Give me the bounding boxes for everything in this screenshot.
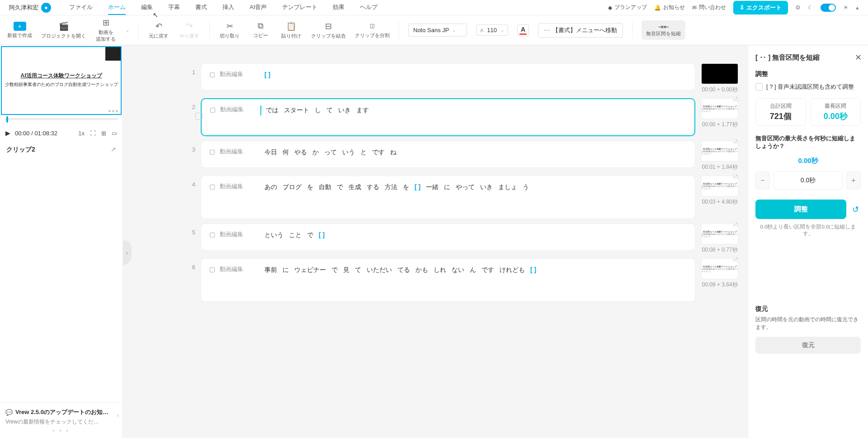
word-token[interactable]: やる	[293, 148, 308, 157]
word-token[interactable]: で	[330, 265, 339, 275]
playback-speed[interactable]: 1x	[78, 130, 85, 137]
word-token[interactable]: ウェビナー	[293, 265, 327, 275]
word-token[interactable]: を	[402, 182, 410, 192]
contact-button[interactable]: ✉ 問い合わせ	[692, 4, 726, 11]
news-title[interactable]: 💬 Vrew 2.5.0のアップデートのお知…	[5, 408, 117, 416]
font-size-input[interactable]: A 110 ⌄	[476, 24, 508, 36]
gear-icon[interactable]: ⚙	[795, 4, 801, 11]
menu-help[interactable]: ヘルプ	[360, 0, 377, 15]
word-token[interactable]: 見	[342, 265, 350, 275]
word-token[interactable]: て	[354, 265, 362, 275]
restore-button[interactable]: 復元	[755, 337, 861, 354]
play-button[interactable]: ▶	[5, 129, 10, 137]
chevron-down-icon[interactable]: ⌄	[126, 28, 129, 33]
word-token[interactable]: いただい	[366, 265, 393, 275]
word-token[interactable]: という	[264, 230, 284, 240]
word-token[interactable]: てる	[396, 265, 411, 275]
clip-card[interactable]: ▢動画編集ではスタートしていきます	[201, 98, 695, 136]
word-token[interactable]: [ ]	[318, 230, 326, 240]
word-token[interactable]: いき	[479, 182, 494, 192]
word-token[interactable]: ます	[355, 105, 370, 115]
menu-effect[interactable]: 効果	[333, 0, 344, 15]
word-token[interactable]: ん	[469, 265, 477, 275]
word-token[interactable]: に	[282, 265, 290, 275]
external-link-icon[interactable]: ↗	[111, 146, 116, 154]
split-button[interactable]: ⎅ クリップを分割	[355, 21, 390, 39]
copy-button[interactable]: ⧉ コピー	[250, 21, 271, 39]
word-token[interactable]: こと	[288, 230, 302, 240]
chevron-right-icon[interactable]: ›	[117, 412, 119, 419]
clip-thumbnail[interactable]: 📄AI活用コース体験ワークショップ少数精鋭事業者のためのブログ自動生成ワークショ…	[701, 141, 738, 162]
menu-template[interactable]: テンプレート	[282, 0, 317, 15]
collapse-icon[interactable]: ▴	[856, 4, 859, 11]
undo-button[interactable]: ↶ 元に戻す	[148, 21, 170, 39]
word-token[interactable]: [ ]	[414, 182, 421, 192]
decrement-button[interactable]: −	[755, 171, 770, 190]
cut-button[interactable]: ✂ 切り取り	[219, 21, 241, 39]
paste-button[interactable]: 📋 貼り付け	[280, 21, 302, 39]
export-button[interactable]: ⇩ エクスポート	[733, 1, 788, 14]
redo-button[interactable]: ↷ やり直す	[179, 21, 200, 39]
word-token[interactable]: に	[443, 182, 451, 192]
text-color-button[interactable]: A	[517, 24, 529, 36]
word-token[interactable]: 事前	[264, 265, 278, 275]
clip-thumbnail[interactable]: 📄AI活用コース体験ワークショップ少数精鋭事業者のためのブログ自動生成ワークショ…	[701, 224, 738, 244]
word-token[interactable]: けれども	[499, 265, 526, 275]
font-select[interactable]: Noto Sans JP⌄	[408, 24, 467, 37]
news-pagination[interactable]: ● ● ●	[5, 428, 117, 433]
clip-card[interactable]: ▢動画編集あのブログを自動で生成する方法を[ ]一緒にやっていきましょう	[201, 176, 695, 219]
word-token[interactable]: て	[326, 105, 334, 115]
word-token[interactable]: ブログ	[282, 182, 302, 192]
word-token[interactable]: しれ	[433, 265, 447, 275]
close-icon[interactable]: ✕	[855, 52, 862, 62]
word-token[interactable]: 方法	[384, 182, 398, 192]
clip-card[interactable]: ▢動画編集今日何やるかっていうとですね	[201, 141, 695, 168]
word-token[interactable]: で	[336, 182, 344, 192]
word-token[interactable]: あの	[264, 182, 278, 192]
word-token[interactable]: を	[306, 182, 314, 192]
word-token[interactable]: する	[366, 182, 380, 192]
word-token[interactable]: [ ]	[264, 70, 271, 79]
word-token[interactable]: 生成	[348, 182, 362, 192]
word-token[interactable]: 自動	[318, 182, 332, 192]
increment-button[interactable]: +	[846, 171, 861, 190]
plan-up-button[interactable]: ◆ プランアップ	[608, 4, 647, 11]
aspect-icon[interactable]: ▭	[112, 130, 117, 137]
word-token[interactable]: [ ]	[529, 265, 537, 275]
grid-icon[interactable]: ⊞	[101, 130, 106, 137]
word-token[interactable]: か	[311, 148, 320, 157]
word-token[interactable]: と	[359, 148, 368, 157]
clip-thumbnail[interactable]: 📄AI活用コース体験ワークショップ少数精鋭事業者のためのブログ自動生成ワークショ…	[701, 98, 738, 119]
menu-insert[interactable]: 挿入	[222, 0, 234, 15]
clip-thumbnail[interactable]: 📄AI活用コース体験ワークショップ少数精鋭事業者のためのブログ自動生成ワークショ…	[701, 258, 738, 279]
word-token[interactable]: 今日	[264, 148, 278, 157]
word-token[interactable]: ね	[389, 148, 397, 157]
menu-edit[interactable]: 編集	[141, 0, 153, 15]
word-token[interactable]: って	[323, 148, 338, 157]
clip-thumbnail[interactable]: 📄AI活用コース体験ワークショップ少数精鋭事業者のためのブログ自動生成ワークショ…	[701, 176, 738, 196]
menu-format[interactable]: 書式	[195, 0, 207, 15]
word-token[interactable]: 一緒	[425, 182, 439, 192]
menu-file[interactable]: ファイル	[69, 0, 93, 15]
menu-subtitle[interactable]: 字幕	[168, 0, 180, 15]
open-project-button[interactable]: 🎬 プロジェクトを開く	[41, 21, 86, 39]
word-token[interactable]: です	[371, 148, 386, 157]
video-preview[interactable]: AI活用コース体験ワークショップ 少数精鋭事業者のためのブログ自動生成ワークショ…	[1, 46, 122, 115]
word-token[interactable]: かも	[415, 265, 429, 275]
expand-handle[interactable]: ›	[123, 240, 132, 265]
word-token[interactable]: いう	[341, 148, 356, 157]
include-unrecognized-checkbox[interactable]	[755, 83, 763, 90]
silence-shorten-button[interactable]: ⇥⇤ 無音区間を短縮	[642, 20, 685, 40]
clip-card[interactable]: ▢動画編集事前にウェビナーで見ていただいてるかもしれないんですけれども[ ]	[201, 258, 695, 302]
format-menu-button[interactable]: ⋯【書式】メニューへ移動	[538, 23, 623, 38]
new-button[interactable]: + 新規で作成	[7, 22, 32, 39]
word-token[interactable]: ましょ	[497, 182, 518, 192]
clip-checkbox[interactable]	[195, 113, 203, 120]
word-token[interactable]: やって	[455, 182, 476, 192]
seek-bar[interactable]	[0, 116, 123, 127]
menu-home[interactable]: ホーム	[108, 0, 126, 15]
notice-button[interactable]: 🔔 お知らせ	[654, 4, 685, 11]
adjust-button[interactable]: 調整	[755, 200, 846, 219]
reset-icon[interactable]: ↺	[850, 205, 861, 214]
user-avatar[interactable]: ●	[41, 3, 51, 13]
